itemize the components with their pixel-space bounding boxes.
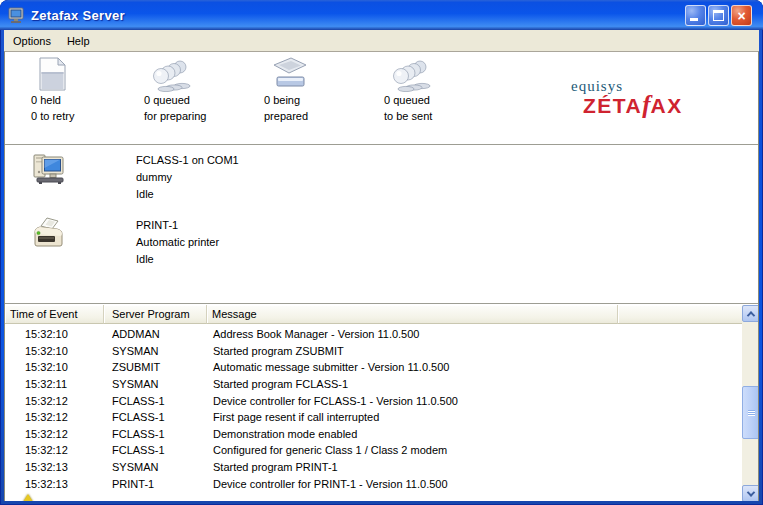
menu-options[interactable]: Options [5, 33, 59, 49]
status-queued-preparing: 0 queued for preparing [144, 56, 269, 124]
device-description: dummy [136, 169, 239, 186]
zetafax-wordmark: ZÉTAfAX [583, 91, 713, 119]
log-cell-message: Device controller for PRINT-1 - Version … [207, 478, 742, 490]
status-queued-to-send: 0 queued to be sent [384, 56, 509, 124]
device-print1[interactable]: PRINT-1 Automatic printer Idle [5, 217, 758, 273]
log-row[interactable]: 15:32:12FCLASS-1Demonstration mode enabl… [5, 426, 742, 443]
log-row[interactable]: 15:32:10SYSMANStarted program ZSUBMIT [5, 343, 742, 360]
log-row[interactable]: 15:32:13SYSMANStarted program PRINT-1 [5, 459, 742, 476]
titlebar[interactable]: Zetafax Server × [0, 0, 763, 30]
log-row[interactable]: 15:32:11SYSMANStarted program FCLASS-1 [5, 376, 742, 393]
log-cell-program: FCLASS-1 [104, 411, 207, 423]
chevron-up-icon [747, 311, 755, 319]
menu-help[interactable]: Help [59, 33, 98, 49]
log-header: Time of Event Server Program Message [5, 305, 742, 324]
vertical-scrollbar[interactable] [742, 305, 759, 501]
log-row[interactable]: 15:32:12FCLASS-1Configured for generic C… [5, 442, 742, 459]
log-cell-message: Started program FCLASS-1 [207, 378, 742, 390]
scroll-down-button[interactable] [742, 485, 759, 501]
event-log-panel: Time of Event Server Program Message 15:… [5, 305, 759, 501]
status-queued-preparing-line1: 0 queued [144, 92, 269, 108]
close-button[interactable]: × [731, 5, 752, 26]
log-rows: 15:32:10ADDMANAddress Book Manager - Ver… [5, 326, 742, 492]
log-cell-program: FCLASS-1 [104, 395, 207, 407]
thumb-grip-icon [748, 412, 755, 413]
log-cell-time: 15:32:13 [5, 478, 104, 490]
document-icon [31, 56, 156, 92]
column-header-program[interactable]: Server Program [104, 305, 207, 324]
computer-icon [31, 152, 67, 188]
device-status: Idle [136, 251, 219, 268]
menubar: Options Help [4, 30, 759, 51]
log-cell-program: ZSUBMIT [104, 361, 207, 373]
log-row[interactable]: 15:32:12FCLASS-1First page resent if cal… [5, 409, 742, 426]
close-icon: × [732, 7, 751, 25]
app-monitor-icon [8, 6, 26, 24]
log-cell-message: Started program ZSUBMIT [207, 345, 742, 357]
log-cell-message: Demonstration mode enabled [207, 428, 742, 440]
log-cell-message: First page resent if call interrupted [207, 411, 742, 423]
partial-next-row-icon [23, 494, 33, 501]
printer-icon [31, 217, 67, 253]
panel-divider [5, 144, 758, 146]
client-area: 0 held 0 to retry 0 queued [4, 51, 759, 501]
log-cell-message: Device controller for FCLASS-1 - Version… [207, 395, 742, 407]
status-queued-preparing-line2: for preparing [144, 108, 269, 124]
log-row[interactable]: 15:32:12FCLASS-1Device controller for FC… [5, 392, 742, 409]
log-cell-message: Automatic message submitter - Version 11… [207, 361, 742, 373]
zetafax-logo: equisys ZÉTAfAX [563, 78, 713, 119]
log-row[interactable]: 15:32:13PRINT-1Device controller for PRI… [5, 475, 742, 492]
log-cell-message: Started program PRINT-1 [207, 461, 742, 473]
log-cell-program: SYSMAN [104, 461, 207, 473]
queue-spheres-icon [384, 56, 509, 92]
queue-spheres-icon [144, 56, 269, 92]
log-cell-program: FCLASS-1 [104, 444, 207, 456]
zetafax-f-glyph: f [642, 91, 650, 118]
device-status: Idle [136, 186, 239, 203]
log-cell-message: Address Book Manager - Version 11.0.500 [207, 328, 742, 340]
device-description: Automatic printer [136, 234, 219, 251]
status-queued-to-send-line1: 0 queued [384, 92, 509, 108]
status-held: 0 held 0 to retry [31, 56, 156, 124]
log-cell-program: SYSMAN [104, 378, 207, 390]
chevron-down-icon [747, 488, 755, 496]
thumb-grip-icon [748, 410, 755, 411]
window-title: Zetafax Server [31, 8, 125, 23]
status-being-prepared-line1: 0 being [264, 92, 389, 108]
log-cell-message: Configured for generic Class 1 / Class 2… [207, 444, 742, 456]
zetafax-server-window: Zetafax Server × Options Help [0, 0, 763, 505]
log-row[interactable]: 15:32:10ADDMANAddress Book Manager - Ver… [5, 326, 742, 343]
status-held-line2: 0 to retry [31, 108, 156, 124]
status-being-prepared-line2: prepared [264, 108, 389, 124]
thumb-grip-icon [748, 414, 755, 415]
column-header-time[interactable]: Time of Event [5, 305, 104, 324]
log-cell-time: 15:32:10 [5, 328, 104, 340]
scrollbar-thumb[interactable] [742, 386, 759, 439]
log-cell-time: 15:32:12 [5, 444, 104, 456]
log-cell-program: SYSMAN [104, 345, 207, 357]
log-cell-time: 15:32:10 [5, 361, 104, 373]
status-held-line1: 0 held [31, 92, 156, 108]
minimize-button[interactable] [685, 5, 706, 26]
column-header-filler [618, 305, 742, 324]
column-header-message[interactable]: Message [207, 305, 618, 324]
log-cell-program: ADDMAN [104, 328, 207, 340]
device-name: PRINT-1 [136, 217, 219, 234]
status-being-prepared: 0 being prepared [264, 56, 389, 124]
log-cell-time: 15:32:12 [5, 428, 104, 440]
log-cell-time: 15:32:11 [5, 378, 104, 390]
log-cell-program: PRINT-1 [104, 478, 207, 490]
device-fclass1[interactable]: FCLASS-1 on COM1 dummy Idle [5, 152, 758, 208]
device-name: FCLASS-1 on COM1 [136, 152, 239, 169]
maximize-icon [713, 10, 724, 21]
log-cell-time: 15:32:12 [5, 395, 104, 407]
status-queued-to-send-line2: to be sent [384, 108, 509, 124]
prepared-stack-icon [264, 56, 389, 92]
log-cell-time: 15:32:10 [5, 345, 104, 357]
log-cell-program: FCLASS-1 [104, 428, 207, 440]
log-cell-time: 15:32:12 [5, 411, 104, 423]
scroll-up-button[interactable] [742, 305, 759, 322]
maximize-button[interactable] [708, 5, 729, 26]
minimize-icon [690, 18, 698, 21]
log-row[interactable]: 15:32:10ZSUBMITAutomatic message submitt… [5, 359, 742, 376]
